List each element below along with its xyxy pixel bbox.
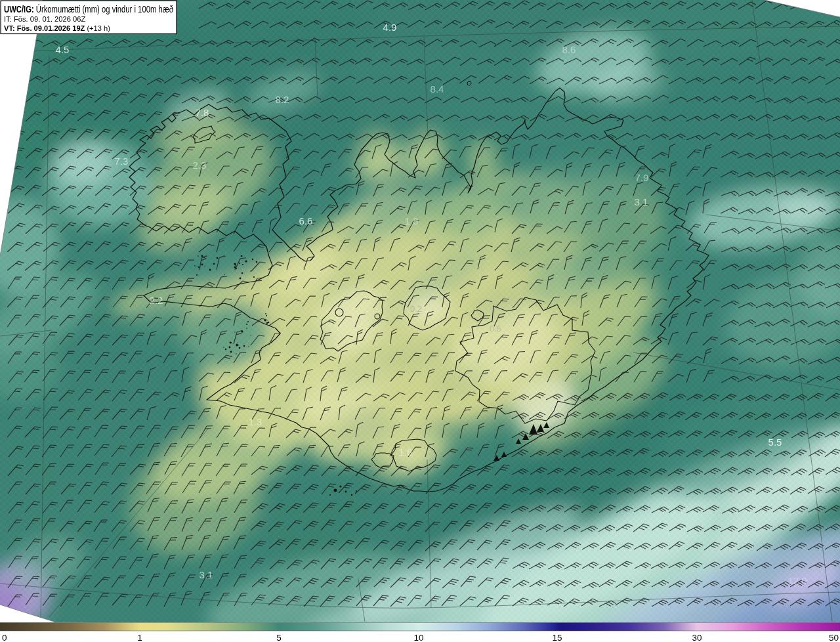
svg-text:4.9: 4.9 xyxy=(383,22,397,33)
svg-text:8.6: 8.6 xyxy=(562,44,576,55)
svg-text:1: 1 xyxy=(137,633,142,642)
svg-text:7.3: 7.3 xyxy=(115,156,129,167)
svg-text:1.6: 1.6 xyxy=(399,446,413,458)
svg-text:30: 30 xyxy=(692,633,702,642)
svg-text:3.1: 3.1 xyxy=(200,569,213,580)
svg-text:0.2: 0.2 xyxy=(410,304,422,314)
svg-text:UWC/IG: Úrkomumætti (mm) og vi: UWC/IG: Úrkomumætti (mm) og vindur i 100… xyxy=(4,4,173,14)
svg-text:15: 15 xyxy=(552,633,562,642)
svg-text:0: 0 xyxy=(2,633,7,642)
svg-text:2.2: 2.2 xyxy=(150,295,163,306)
svg-text:5.5: 5.5 xyxy=(768,437,782,448)
svg-text:10: 10 xyxy=(413,633,423,642)
svg-text:8.2: 8.2 xyxy=(276,94,289,105)
svg-text:6.6: 6.6 xyxy=(299,215,313,226)
svg-text:50: 50 xyxy=(829,633,839,642)
svg-text:5: 5 xyxy=(276,633,282,642)
svg-text:2.3: 2.3 xyxy=(193,160,207,171)
svg-text:1.3: 1.3 xyxy=(249,416,262,427)
svg-text:VT: Fös. 09.01.2026 19Z (+13 h: VT: Fös. 09.01.2026 19Z (+13 h) xyxy=(4,24,110,32)
svg-text:0.6: 0.6 xyxy=(490,324,501,333)
svg-text:8.4: 8.4 xyxy=(430,83,444,95)
svg-text:3.1: 3.1 xyxy=(635,196,648,207)
svg-text:7.8: 7.8 xyxy=(196,107,209,118)
svg-text:1.8: 1.8 xyxy=(405,215,419,226)
svg-text:7.9: 7.9 xyxy=(635,172,649,183)
svg-text:IT: Fös. 09. 01. 2026 06Z: IT: Fös. 09. 01. 2026 06Z xyxy=(4,15,86,23)
svg-text:12.0: 12.0 xyxy=(788,575,807,586)
svg-text:4.5: 4.5 xyxy=(56,44,70,55)
